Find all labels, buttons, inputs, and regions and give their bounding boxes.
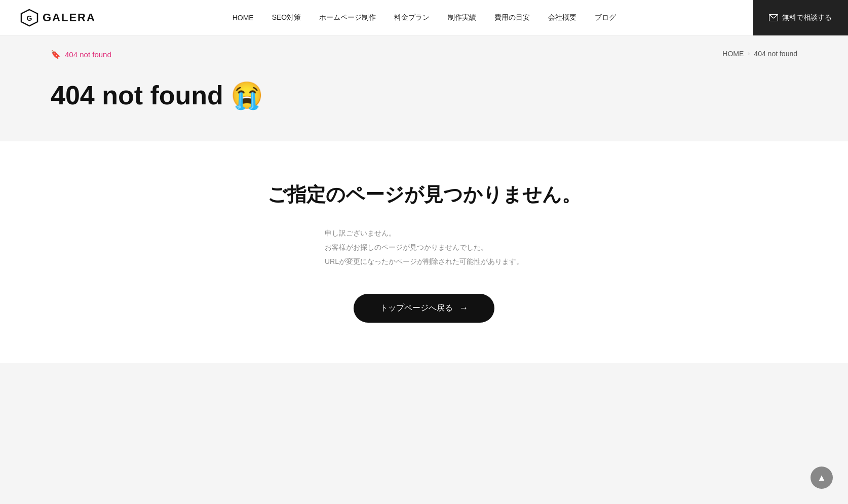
nav-seo[interactable]: SEO対策	[272, 13, 301, 22]
cta-label: 無料で相談する	[782, 13, 832, 22]
breadcrumb-current: 404 not found	[754, 50, 797, 58]
hero-section: 404 not found 😭	[0, 80, 848, 141]
hero-emoji: 😭	[230, 81, 263, 110]
breadcrumb-section: 🔖 404 not found HOME › 404 not found	[0, 35, 848, 80]
desc-line-1: 申し訳ございません。	[325, 226, 523, 240]
site-header: G GALERA HOME SEO対策 ホームページ制作 料金プラン 制作実績 …	[0, 0, 848, 35]
back-button-arrow: →	[459, 303, 468, 314]
scroll-to-top-button[interactable]: ▲	[811, 467, 833, 489]
nav-home[interactable]: HOME	[233, 14, 254, 22]
bookmark-icon: 🔖	[51, 50, 61, 59]
nav-blog[interactable]: ブログ	[595, 13, 616, 22]
back-button-label: トップページへ戻る	[380, 303, 453, 314]
chevron-up-icon: ▲	[817, 473, 826, 483]
mail-icon	[769, 14, 778, 21]
desc-line-2: お客様がお探しのページが見つかりませんでした。	[325, 240, 523, 254]
desc-line-3: URLが変更になったかページが削除された可能性があります。	[325, 254, 523, 268]
hero-title: 404 not found 😭	[51, 80, 797, 111]
nav-webpage[interactable]: ホームページ制作	[319, 13, 376, 22]
not-found-heading: ご指定のページが見つかりません。	[267, 182, 581, 208]
back-to-top-button[interactable]: トップページへ戻る →	[354, 294, 494, 323]
nav-about[interactable]: 会社概要	[548, 13, 576, 22]
breadcrumb-home[interactable]: HOME	[722, 50, 744, 58]
cta-consultation-button[interactable]: 無料で相談する	[753, 0, 848, 35]
nav-pricing[interactable]: 料金プラン	[394, 13, 430, 22]
page-label-text: 404 not found	[65, 50, 111, 59]
breadcrumb-nav: HOME › 404 not found	[722, 50, 797, 58]
bottom-section	[0, 363, 848, 414]
svg-text:G: G	[27, 14, 32, 22]
logo-text: GALERA	[43, 11, 96, 24]
page-label-area: 🔖 404 not found	[51, 50, 111, 59]
nav-works[interactable]: 制作実績	[448, 13, 476, 22]
nav-cost[interactable]: 費用の目安	[494, 13, 530, 22]
main-nav: HOME SEO対策 ホームページ制作 料金プラン 制作実績 費用の目安 会社概…	[233, 0, 616, 35]
breadcrumb-separator: ›	[748, 50, 750, 57]
logo-area[interactable]: G GALERA	[20, 9, 96, 27]
hero-title-text: 404 not found	[51, 81, 223, 110]
not-found-description: 申し訳ございません。 お客様がお探しのページが見つかりませんでした。 URLが変…	[325, 226, 523, 268]
content-section: ご指定のページが見つかりません。 申し訳ございません。 お客様がお探しのページが…	[0, 141, 848, 363]
logo-icon: G	[20, 9, 38, 27]
